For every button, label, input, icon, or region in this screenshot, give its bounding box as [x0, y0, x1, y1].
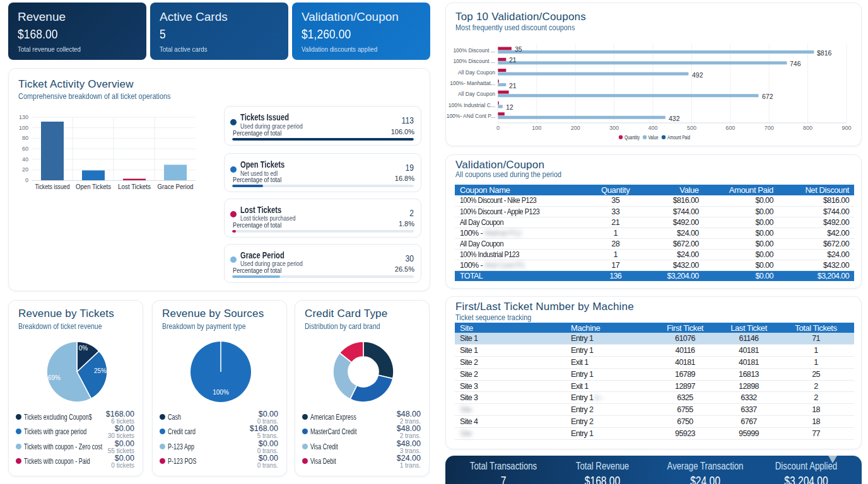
svg-text:$816: $816: [817, 49, 832, 57]
svg-text:130: 130: [19, 114, 28, 120]
svg-text:80: 80: [22, 135, 28, 141]
svg-text:69%: 69%: [48, 374, 61, 381]
svg-text:All Day Coupon: All Day Coupon: [458, 91, 495, 97]
svg-text:0: 0: [496, 125, 500, 131]
svg-text:21: 21: [509, 82, 517, 89]
svg-text:500: 500: [687, 125, 696, 131]
svg-text:0: 0: [25, 177, 28, 183]
svg-text:100: 100: [532, 125, 541, 131]
svg-text:100% Discount ...: 100% Discount ...: [453, 58, 495, 64]
svg-text:Tickets issued: Tickets issued: [35, 183, 70, 190]
svg-text:0%: 0%: [79, 345, 88, 352]
svg-text:Grace Period: Grace Period: [158, 183, 194, 190]
svg-text:200: 200: [571, 125, 580, 131]
svg-text:100% Discount ...: 100% Discount ...: [453, 47, 495, 54]
svg-text:100%- ANd Cont P...: 100%- ANd Cont P...: [447, 113, 495, 119]
svg-text:20: 20: [22, 166, 28, 173]
svg-text:400: 400: [648, 125, 657, 131]
svg-text:Lost Tickets: Lost Tickets: [118, 183, 151, 190]
svg-text:Open Tickets: Open Tickets: [76, 183, 111, 190]
svg-text:35: 35: [515, 45, 522, 53]
svg-text:25%: 25%: [94, 367, 107, 374]
svg-text:300: 300: [609, 125, 619, 131]
svg-text:100%: 100%: [213, 389, 229, 396]
svg-text:700: 700: [765, 125, 774, 131]
svg-text:Amount Paid: Amount Paid: [667, 134, 690, 141]
svg-text:100% Industrial C...: 100% Industrial C...: [449, 102, 495, 108]
svg-text:60: 60: [22, 146, 28, 152]
svg-text:672: 672: [762, 93, 773, 100]
svg-text:12: 12: [506, 103, 513, 111]
svg-text:21: 21: [509, 56, 517, 64]
svg-text:100: 100: [19, 125, 28, 131]
svg-text:900: 900: [842, 125, 851, 131]
svg-text:Quantity: Quantity: [625, 134, 640, 141]
svg-text:40: 40: [22, 156, 28, 163]
svg-text:746: 746: [790, 60, 801, 67]
svg-text:600: 600: [725, 125, 735, 131]
svg-text:100%- Manhattat...: 100%- Manhattat...: [450, 80, 495, 86]
svg-text:All Day Coupon: All Day Coupon: [458, 69, 495, 76]
svg-text:800: 800: [803, 125, 812, 131]
svg-text:492: 492: [692, 71, 703, 79]
svg-text:Value: Value: [648, 134, 659, 141]
svg-text:432: 432: [669, 115, 680, 122]
